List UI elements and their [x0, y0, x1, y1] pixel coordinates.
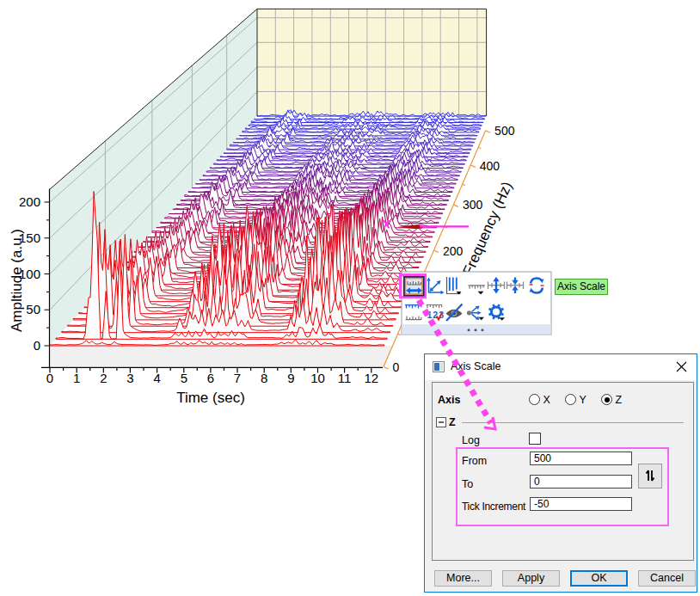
svg-text:9: 9 [287, 371, 294, 385]
svg-text:11: 11 [338, 371, 352, 385]
svg-text:12: 12 [364, 371, 378, 385]
svg-text:400: 400 [480, 159, 500, 173]
svg-text:6: 6 [207, 371, 214, 385]
svg-text:1: 1 [73, 371, 80, 385]
svg-text:2: 2 [100, 371, 107, 385]
svg-text:200: 200 [443, 244, 464, 258]
svg-text:5: 5 [181, 371, 187, 385]
svg-text:4: 4 [153, 371, 160, 385]
svg-text:7: 7 [234, 371, 241, 385]
svg-text:50: 50 [26, 302, 40, 316]
svg-text:300: 300 [463, 198, 483, 212]
svg-text:0: 0 [34, 338, 40, 353]
svg-text:Time (sec): Time (sec) [176, 390, 245, 406]
svg-text:200: 200 [19, 194, 40, 209]
svg-text:Frequency (Hz): Frequency (Hz) [459, 179, 515, 278]
svg-text:3: 3 [126, 371, 133, 385]
svg-text:0: 0 [46, 371, 53, 385]
svg-text:10: 10 [310, 371, 325, 385]
svg-text:0: 0 [393, 360, 400, 374]
svg-text:500: 500 [494, 124, 515, 138]
svg-text:8: 8 [261, 371, 267, 385]
svg-text:Ampltiude (a.u.): Ampltiude (a.u.) [9, 229, 25, 332]
